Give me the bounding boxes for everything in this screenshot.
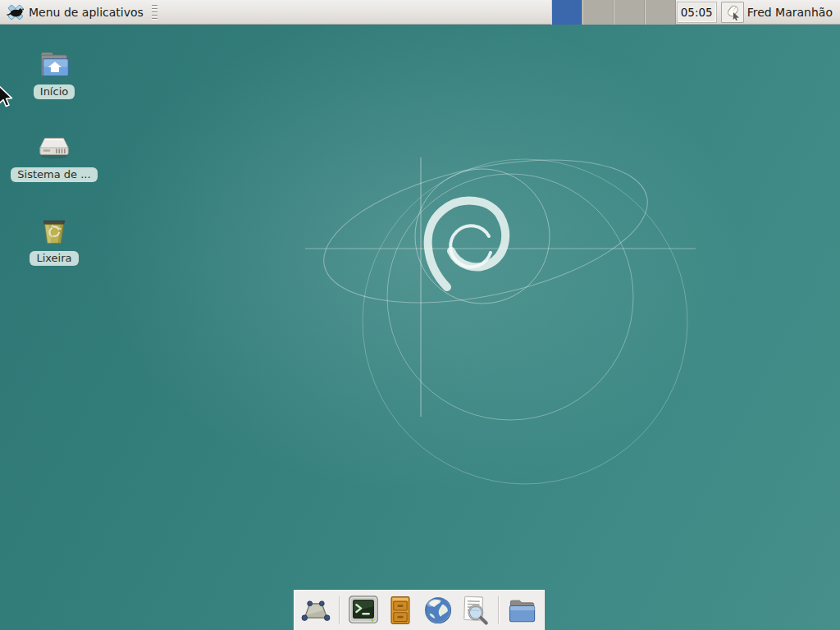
file-manager-launcher[interactable] <box>505 592 540 628</box>
panel-clock[interactable]: 05:05 <box>678 2 716 22</box>
panel-drag-handle[interactable] <box>148 0 161 25</box>
file-cabinet-launcher[interactable] <box>384 592 418 628</box>
terminal-icon <box>346 594 381 627</box>
desktop-icon-label: Sistema de ... <box>11 167 97 182</box>
terminal-launcher[interactable] <box>346 592 381 628</box>
mouse-cursor <box>0 84 15 109</box>
clock-time: 05:05 <box>681 6 713 19</box>
web-browser-globe-icon <box>422 594 454 627</box>
desktop-icon-label: Lixeira <box>30 251 78 266</box>
dock-separator <box>498 596 500 624</box>
mouse-device-icon <box>724 4 741 21</box>
desktop-icon-trash[interactable]: Lixeira <box>11 214 97 266</box>
desktop-icon-label: Início <box>34 84 75 99</box>
desktop-icon-home[interactable]: Início <box>11 48 97 99</box>
desktop-wallpaper <box>0 0 840 630</box>
username-label: Fred Maranhão <box>747 6 840 19</box>
desktop-icon-filesystem[interactable]: Sistema de ... <box>11 130 97 182</box>
bottom-dock-panel <box>294 590 545 630</box>
applications-menu-button[interactable]: Menu de aplicativos <box>0 0 148 25</box>
debian-swirl-wallpaper-art <box>0 0 840 630</box>
workspace-4[interactable] <box>645 0 676 25</box>
show-desktop-button[interactable] <box>299 592 333 628</box>
workspace-1[interactable] <box>551 0 582 25</box>
trash-icon <box>38 214 71 247</box>
home-folder-icon <box>36 48 72 80</box>
file-cabinet-icon <box>384 594 417 627</box>
xfce-mouse-logo-icon <box>7 3 25 21</box>
dock-separator <box>339 596 340 624</box>
applications-menu-label: Menu de aplicativos <box>29 6 144 19</box>
web-browser-launcher[interactable] <box>421 592 454 628</box>
workspace-3[interactable] <box>614 0 645 25</box>
application-finder-launcher[interactable] <box>458 592 492 628</box>
show-desktop-icon <box>299 594 333 627</box>
workspace-switcher <box>551 0 676 25</box>
file-manager-folder-icon <box>505 594 540 627</box>
filesystem-drive-icon <box>35 130 73 163</box>
top-panel: Menu de aplicativos 05:05 Fred Maranhão <box>0 0 840 25</box>
workspace-2[interactable] <box>582 0 614 25</box>
user-switcher-button[interactable] <box>721 2 744 23</box>
application-finder-icon <box>458 594 492 627</box>
